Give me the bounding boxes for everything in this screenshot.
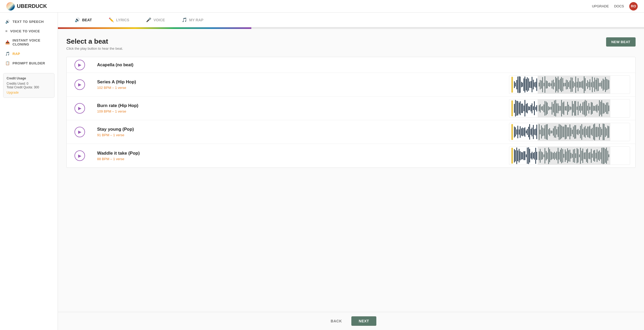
- instant-voice-cloning-label: INSTANT VOICE CLONING: [13, 38, 53, 46]
- back-button[interactable]: BACK: [326, 316, 347, 326]
- content-header: Select a beat Click the play button to h…: [66, 37, 636, 50]
- beat-meta-stay-young: 91 BPM – 1 verse: [97, 133, 500, 137]
- bottom-bar: BACK NEXT: [58, 312, 644, 330]
- voice-step-icon: 🎤: [146, 17, 151, 22]
- avatar[interactable]: RO: [629, 2, 638, 11]
- play-button-series-a[interactable]: ▶: [74, 79, 85, 90]
- voice-to-voice-label: VOICE TO VOICE: [10, 29, 40, 33]
- beat-meta-series-a: 102 BPM – 1 verse: [97, 86, 500, 90]
- main-content: 🔊 BEAT✏️ LYRICS🎤 VOICE🎵 MY RAP Select a …: [58, 13, 644, 330]
- layout: 🔊 TEXT TO SPEECH≡ VOICE TO VOICE📥 INSTAN…: [0, 13, 644, 330]
- beat-info-waddle-it-take: Waddle it take (Pop) 88 BPM – 1 verse: [93, 146, 504, 165]
- play-button-waddle-it-take[interactable]: ▶: [74, 150, 85, 161]
- my-rap-step-icon: 🎵: [182, 17, 187, 22]
- sidebar-item-rap[interactable]: 🎵 RAP: [0, 49, 58, 58]
- rap-label: RAP: [13, 52, 20, 56]
- lyrics-step-icon: ✏️: [109, 17, 114, 22]
- beat-waveform-series-a: [504, 73, 635, 96]
- prompt-builder-label: PROMPT BUILDER: [13, 61, 45, 65]
- text-to-speech-icon: 🔊: [5, 19, 10, 24]
- beat-name-acapella: Acapella (no beat): [97, 63, 631, 67]
- beat-play-acapella: ▶: [67, 60, 93, 70]
- instant-voice-cloning-icon: 📥: [5, 40, 10, 44]
- beat-waveform-stay-young: [504, 121, 635, 143]
- beat-step-label: BEAT: [82, 18, 92, 22]
- beat-name-waddle-it-take: Waddle it take (Pop): [97, 151, 500, 156]
- step-voice[interactable]: 🎤 VOICE: [138, 17, 173, 22]
- credit-usage-title: Credit Usage: [7, 77, 51, 80]
- beat-row-waddle-it-take: ▶ Waddle it take (Pop) 88 BPM – 1 verse: [67, 144, 635, 167]
- beat-row-stay-young: ▶ Stay young (Pop) 91 BPM – 1 verse: [67, 120, 635, 144]
- my-rap-step-label: MY RAP: [189, 18, 203, 22]
- lyrics-step-label: LYRICS: [116, 18, 129, 22]
- beat-play-waddle-it-take: ▶: [67, 150, 93, 161]
- beat-play-stay-young: ▶: [67, 127, 93, 137]
- step-my-rap[interactable]: 🎵 MY RAP: [173, 17, 212, 22]
- beat-step-icon: 🔊: [75, 17, 80, 22]
- beat-info-burn-rate: Burn rate (Hip Hop) 109 BPM – 1 verse: [93, 99, 504, 118]
- beat-name-stay-young: Stay young (Pop): [97, 127, 500, 132]
- sidebar-item-prompt-builder[interactable]: 📋 PROMPT BUILDER: [0, 58, 58, 68]
- beat-name-burn-rate: Burn rate (Hip Hop): [97, 103, 500, 108]
- header: UBERDUCK UPGRADE DOCS RO: [0, 0, 644, 13]
- credits-used-label: Credits Used: 0: [7, 82, 51, 85]
- docs-button[interactable]: DOCS: [614, 4, 624, 8]
- logo: UBERDUCK: [6, 2, 47, 11]
- play-button-burn-rate[interactable]: ▶: [74, 103, 85, 114]
- next-button[interactable]: NEXT: [351, 316, 376, 326]
- beat-info-acapella: Acapella (no beat): [93, 58, 635, 72]
- new-beat-button[interactable]: NEW BEAT: [606, 37, 636, 47]
- beat-row-series-a: ▶ Series A (Hip Hop) 102 BPM – 1 verse: [67, 73, 635, 97]
- beat-meta-burn-rate: 109 BPM – 1 verse: [97, 109, 500, 113]
- rap-icon: 🎵: [5, 52, 10, 56]
- play-button-acapella[interactable]: ▶: [74, 60, 85, 70]
- beat-row-acapella: ▶ Acapella (no beat): [67, 57, 635, 73]
- beat-list: ▶ Acapella (no beat) ▶ Series A (Hip Hop…: [66, 57, 636, 168]
- voice-to-voice-icon: ≡: [5, 29, 8, 33]
- step-beat[interactable]: 🔊 BEAT: [66, 17, 100, 22]
- logo-icon: [6, 2, 15, 11]
- beat-name-series-a: Series A (Hip Hop): [97, 79, 500, 85]
- content-area: Select a beat Click the play button to h…: [58, 29, 644, 194]
- beat-meta-waddle-it-take: 88 BPM – 1 verse: [97, 157, 500, 161]
- play-button-stay-young[interactable]: ▶: [74, 127, 85, 137]
- upgrade-link[interactable]: Upgrade: [7, 91, 51, 94]
- step-lyrics[interactable]: ✏️ LYRICS: [100, 17, 138, 22]
- header-right: UPGRADE DOCS RO: [592, 2, 638, 11]
- steps-bar: 🔊 BEAT✏️ LYRICS🎤 VOICE🎵 MY RAP: [58, 13, 644, 27]
- beat-info-stay-young: Stay young (Pop) 91 BPM – 1 verse: [93, 123, 504, 141]
- page-subtitle: Click the play button to hear the beat.: [66, 47, 123, 50]
- sidebar: 🔊 TEXT TO SPEECH≡ VOICE TO VOICE📥 INSTAN…: [0, 13, 58, 330]
- beat-row-burn-rate: ▶ Burn rate (Hip Hop) 109 BPM – 1 verse: [67, 97, 635, 120]
- total-quota-label: Total Credit Quota: 300: [7, 85, 51, 89]
- voice-step-label: VOICE: [153, 18, 165, 22]
- credit-usage-box: Credit Usage Credits Used: 0 Total Credi…: [3, 73, 54, 98]
- sidebar-item-text-to-speech[interactable]: 🔊 TEXT TO SPEECH: [0, 17, 58, 26]
- logo-text: UBERDUCK: [17, 3, 47, 9]
- beat-play-series-a: ▶: [67, 79, 93, 90]
- sidebar-item-voice-to-voice[interactable]: ≡ VOICE TO VOICE: [0, 26, 58, 36]
- text-to-speech-label: TEXT TO SPEECH: [13, 20, 44, 24]
- upgrade-button[interactable]: UPGRADE: [592, 4, 609, 8]
- beat-waveform-burn-rate: [504, 97, 635, 120]
- beat-waveform-waddle-it-take: [504, 144, 635, 167]
- prompt-builder-icon: 📋: [5, 61, 10, 65]
- sidebar-item-instant-voice-cloning[interactable]: 📥 INSTANT VOICE CLONING: [0, 36, 58, 49]
- beat-play-burn-rate: ▶: [67, 103, 93, 114]
- content-header-left: Select a beat Click the play button to h…: [66, 37, 123, 50]
- page-title: Select a beat: [66, 37, 123, 45]
- beat-info-series-a: Series A (Hip Hop) 102 BPM – 1 verse: [93, 75, 504, 94]
